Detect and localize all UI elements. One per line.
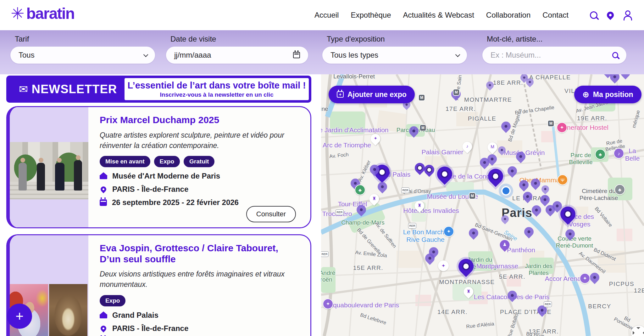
calendar-plus-icon — [337, 91, 344, 98]
header: ✳ baratin Accueil Expothèque Actualités … — [0, 0, 644, 30]
venue-row: Grand Palais — [100, 311, 302, 320]
tag-gratuit: Gratuit — [184, 156, 214, 167]
expo-card-duchamp[interactable]: Prix Marcel Duchamp 2025 Quatre artistes… — [6, 106, 311, 228]
date-label: Date de visite — [170, 35, 216, 43]
catacombes-pin[interactable]: ♜ — [464, 287, 474, 297]
search-icon[interactable] — [590, 11, 597, 19]
newsletter-title: L’essentiel de l’art dans votre boîte ma… — [127, 80, 306, 91]
expo-map-pin[interactable] — [560, 207, 575, 222]
arc-de-triomphe-pin[interactable]: ✦ — [371, 134, 380, 144]
rer-badge: RER — [544, 301, 552, 307]
expo-map-pin[interactable] — [519, 180, 529, 190]
dates-text: 26 septembre 2025 - 22 février 2026 — [112, 198, 239, 207]
expo-map-pin[interactable] — [487, 154, 497, 164]
expo-map-pin[interactable] — [552, 201, 562, 211]
rer-badge: RER — [401, 187, 409, 193]
newsletter-word: NEWSLETTER — [32, 83, 117, 96]
expo-map-pin[interactable] — [378, 182, 387, 191]
palais-garnier-pin[interactable]: ♪ — [463, 142, 472, 151]
venue-row: Musée d'Art Moderne de Paris — [100, 172, 302, 180]
metro-badge: M — [547, 120, 554, 127]
calendar-icon[interactable] — [293, 52, 300, 58]
pin-glyph: ♪ — [466, 144, 469, 149]
nav-contact[interactable]: Contact — [542, 11, 569, 20]
ober-mamma-icon[interactable]: Ψ — [557, 174, 568, 185]
expo-map-pin[interactable] — [523, 192, 532, 201]
expo-map-pin[interactable] — [469, 228, 478, 238]
expo-map-pin[interactable] — [540, 195, 550, 204]
keyword-input[interactable] — [491, 51, 612, 60]
home-icon — [100, 312, 107, 318]
nav-expotheque[interactable]: Expothèque — [351, 11, 391, 20]
expo-map-pin[interactable] — [508, 291, 517, 300]
tarif-select[interactable]: Tous — [10, 47, 155, 64]
montparnasse-camera-icon[interactable]: ✦ — [438, 260, 449, 271]
date-input[interactable]: jj/mm/aaaa — [166, 47, 308, 64]
type-select[interactable]: Tous les types — [322, 47, 467, 64]
add-expo-button[interactable]: Ajouter une expo — [329, 86, 415, 103]
expo-map-pin[interactable] — [516, 152, 525, 161]
expo-map-pin[interactable] — [501, 122, 511, 131]
expo-map-pin[interactable] — [498, 146, 506, 154]
expo-map-pin[interactable] — [425, 253, 435, 263]
expo-map-pin[interactable] — [610, 74, 619, 82]
my-position-button[interactable]: ⊕ Ma position — [574, 86, 641, 103]
expo-map-pin[interactable] — [501, 215, 509, 223]
expo-card-jospin-tabouret[interactable]: Eva Jospin, Grottesco / Claire Tabouret,… — [6, 234, 311, 336]
expo-map-pin[interactable] — [621, 74, 630, 77]
aquaboulevard-icon[interactable]: ✦ — [323, 299, 333, 309]
add-expo-fab[interactable]: + — [7, 304, 32, 329]
musee-grevin-pin[interactable]: M — [488, 142, 497, 152]
pere-lachaise-icon[interactable]: ♣ — [614, 184, 625, 195]
expo-map-pin[interactable] — [488, 169, 503, 184]
expo-map-pin[interactable] — [415, 163, 425, 173]
accor-arena-icon[interactable]: ✦ — [580, 273, 590, 284]
expo-map-pin[interactable] — [437, 167, 452, 182]
card-body: Eva Jospin, Grottesco / Claire Tabouret,… — [94, 235, 305, 336]
expo-map-pin[interactable] — [541, 185, 549, 193]
main-nav: Accueil Expothèque Actualités & Webcast … — [314, 0, 569, 30]
generator-hostel-icon[interactable]: ✦ — [557, 122, 567, 133]
rer-badge: RER — [408, 223, 416, 229]
expo-map-pin[interactable] — [590, 273, 599, 282]
parc-belleville-icon[interactable]: ♣ — [595, 149, 606, 160]
expo-map-pin[interactable] — [458, 259, 474, 274]
newsletter-banner[interactable]: ✉ NEWSLETTER L’essentiel de l’art dans v… — [6, 76, 311, 103]
expo-map-pin[interactable] — [370, 165, 379, 174]
logo[interactable]: ✳ baratin — [11, 4, 74, 23]
location-name: PARIS - Île-de-France — [112, 324, 188, 333]
bon-marche-icon[interactable]: ✦ — [443, 226, 454, 237]
trocadero-park-icon[interactable]: ♣ — [355, 185, 365, 195]
map[interactable]: Levallois-Perretine18E ARR.LA CHAPELLEVI… — [321, 74, 644, 336]
search-icon[interactable] — [612, 52, 618, 58]
nav-collaboration[interactable]: Collaboration — [486, 11, 530, 20]
tag-mise-en-avant: Mise en avant — [100, 156, 150, 167]
pantheon-pin[interactable]: ♟ — [500, 240, 510, 250]
chevron-down-icon — [143, 52, 148, 57]
nav-accueil[interactable]: Accueil — [314, 11, 339, 20]
expo-map-pin[interactable] — [424, 165, 434, 175]
pin-glyph: ♜ — [418, 203, 422, 208]
tour-eiffel-pin[interactable]: ♜ — [369, 194, 379, 204]
expo-map-pin[interactable] — [409, 126, 419, 136]
card-title[interactable]: Eva Jospin, Grottesco / Claire Tabouret,… — [100, 243, 302, 265]
card-body: Prix Marcel Duchamp 2025 Quatre artistes… — [94, 107, 305, 227]
figure — [37, 163, 45, 191]
consulter-button[interactable]: Consulter — [246, 206, 296, 222]
la-bellevilloise-icon[interactable]: ♪ — [613, 148, 624, 159]
nav-actualites-webcast[interactable]: Actualités & Webcast — [403, 11, 474, 20]
profile-icon[interactable] — [623, 10, 631, 20]
venue-name: Grand Palais — [112, 311, 158, 320]
tag-expo: Expo — [154, 156, 180, 167]
expo-map-pin[interactable] — [531, 179, 540, 188]
expo-map-pin[interactable] — [565, 229, 575, 239]
expo-map-pin[interactable] — [357, 205, 366, 214]
location-icon[interactable] — [605, 10, 615, 20]
expo-map-pin[interactable] — [508, 166, 517, 176]
expo-map-pin[interactable] — [524, 227, 534, 236]
expo-map-pin[interactable] — [526, 78, 534, 86]
expo-map-pin[interactable] — [486, 81, 494, 89]
card-title[interactable]: Prix Marcel Duchamp 2025 — [100, 115, 302, 126]
expo-map-pin[interactable] — [532, 205, 541, 215]
invalides-pin[interactable]: ♜ — [415, 201, 425, 211]
